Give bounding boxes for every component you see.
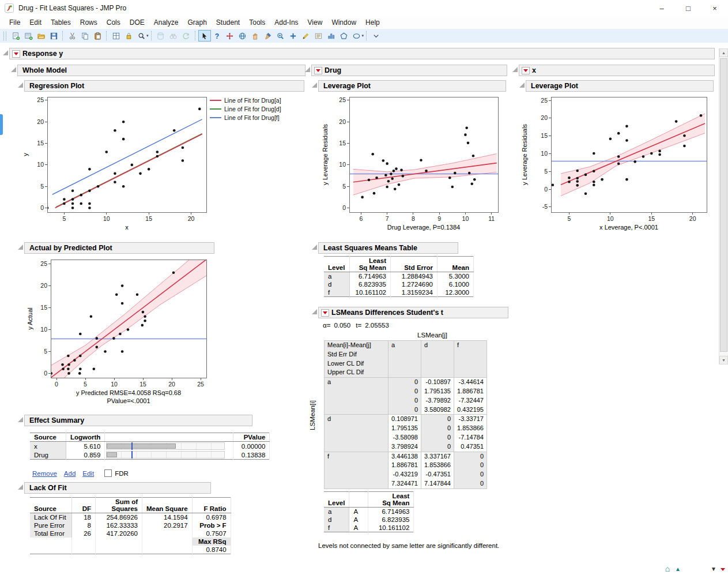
- zoom-tool-icon[interactable]: [274, 30, 287, 42]
- svg-text:x Leverage, P<.0001: x Leverage, P<.0001: [599, 224, 658, 231]
- matrix-row-a: a 0000-0.108971.795135-3.798923.580982-3…: [325, 378, 487, 415]
- outline-drug[interactable]: Drug: [311, 65, 507, 76]
- disclosure-lsm-table-icon[interactable]: [312, 245, 317, 250]
- outline-actual-by-predicted[interactable]: Actual by Predicted Plot: [24, 242, 214, 254]
- effect-summary-actions: RemoveAddEdit FDR: [32, 469, 129, 477]
- column-header: Mean: [437, 257, 474, 272]
- scrollbar-down-button[interactable]: ▼: [719, 356, 728, 364]
- disclosure-drug-icon[interactable]: [305, 67, 310, 72]
- add-link[interactable]: Add: [64, 470, 76, 477]
- oval-tool-icon[interactable]: [350, 30, 363, 42]
- svg-text:10: 10: [103, 215, 110, 222]
- globe-tool-icon[interactable]: [236, 30, 249, 42]
- menu-analyze[interactable]: Analyze: [149, 17, 183, 28]
- disclosure-drug-leverage-icon[interactable]: [312, 82, 317, 88]
- svg-text:0: 0: [55, 381, 58, 388]
- annotate-tool-icon[interactable]: [312, 30, 325, 42]
- disclosure-x-leverage-icon[interactable]: [519, 82, 525, 88]
- minimize-button[interactable]: –: [648, 0, 675, 16]
- cut-icon[interactable]: [66, 30, 78, 42]
- save-icon[interactable]: [47, 30, 60, 42]
- scrollbar-up-button[interactable]: ▲: [719, 48, 728, 57]
- menu-rows[interactable]: Rows: [76, 17, 102, 28]
- actual-by-predicted-canvas[interactable]: 05101520250510152025y Predicted RMSE=4.0…: [25, 255, 213, 408]
- red-triangle-drug[interactable]: [314, 67, 322, 74]
- disclosure-lack-of-fit-icon[interactable]: [18, 484, 23, 490]
- open-icon[interactable]: [35, 30, 47, 42]
- remove-link[interactable]: Remove: [32, 470, 57, 477]
- menu-view[interactable]: View: [303, 17, 327, 28]
- outline-response[interactable]: Response y: [9, 48, 715, 59]
- menu-tools[interactable]: Tools: [244, 17, 270, 28]
- paste-icon[interactable]: [91, 30, 104, 42]
- outline-drug-leverage-plot[interactable]: Leverage Plot: [318, 80, 506, 92]
- disclosure-abp-icon[interactable]: [18, 245, 23, 250]
- red-triangle-response[interactable]: [12, 50, 20, 58]
- copy-icon[interactable]: [78, 30, 91, 42]
- menu-file[interactable]: File: [5, 17, 25, 28]
- fdr-checkbox[interactable]: [104, 469, 112, 477]
- menu-help[interactable]: Help: [361, 17, 384, 28]
- svg-text:-5: -5: [542, 203, 548, 210]
- disclosure-effect-summary-icon[interactable]: [18, 417, 23, 422]
- outline-effect-summary[interactable]: Effect Summary: [24, 415, 252, 426]
- outline-lack-of-fit[interactable]: Lack Of Fit: [24, 482, 211, 494]
- scrollbar-thumb[interactable]: [720, 58, 727, 352]
- menu-tables[interactable]: Tables: [46, 17, 76, 28]
- scroll-up-icon[interactable]: ▲: [673, 564, 682, 573]
- plus-tool-icon[interactable]: [287, 30, 300, 42]
- disclosure-lsmd-icon[interactable]: [312, 309, 317, 314]
- outline-lsm-table[interactable]: Least Squares Means Table: [318, 242, 458, 254]
- red-triangle-lsmeans[interactable]: [321, 309, 329, 317]
- x-leverage-canvas[interactable]: 5101520-50510152025x Leverage, P<.0001y …: [520, 93, 715, 242]
- menu-edit[interactable]: Edit: [25, 17, 46, 28]
- drug-leverage-canvas[interactable]: 678910110510152025Drug Leverage, P=0.138…: [320, 93, 506, 241]
- outline-x-effect[interactable]: x: [519, 65, 715, 76]
- disclosure-regression-plot-icon[interactable]: [18, 82, 23, 88]
- histogram-tool-icon[interactable]: [325, 30, 338, 42]
- table-row: x5.6100.00000: [30, 442, 270, 451]
- lock-icon[interactable]: [122, 30, 135, 42]
- find-icon[interactable]: [135, 30, 148, 42]
- menu-graph[interactable]: Graph: [183, 17, 211, 28]
- scroll-down-icon[interactable]: ▼: [709, 564, 718, 573]
- close-button[interactable]: ×: [701, 0, 728, 16]
- outline-lsmeans-differences[interactable]: LSMeans Differences Student's t: [318, 307, 508, 318]
- disclosure-response-icon[interactable]: [3, 50, 8, 55]
- disclosure-whole-model-icon[interactable]: [11, 67, 16, 72]
- disclosure-x-icon[interactable]: [512, 67, 518, 72]
- crosshair-tool-icon[interactable]: [224, 30, 236, 42]
- regression-plot-canvas[interactable]: 51015200510152025xy: [21, 93, 213, 241]
- overflow-icon[interactable]: [369, 30, 382, 42]
- polygon-tool-icon[interactable]: [338, 30, 350, 42]
- source-cell: x: [30, 442, 66, 451]
- menu-doe[interactable]: DOE: [125, 17, 149, 28]
- table-cell: [96, 538, 142, 546]
- new-journal-icon[interactable]: [9, 30, 22, 42]
- edit-link[interactable]: Edit: [82, 470, 94, 477]
- vertical-scrollbar[interactable]: ▲ ▼: [719, 48, 728, 364]
- grabber-tool-icon[interactable]: [249, 30, 262, 42]
- outline-regression-plot[interactable]: Regression Plot: [24, 80, 304, 92]
- home-icon[interactable]: ⌂: [663, 564, 672, 573]
- maximize-button[interactable]: □: [675, 0, 701, 16]
- outline-x-leverage-plot[interactable]: Leverage Plot: [526, 80, 714, 92]
- arrow-tool-icon[interactable]: [198, 30, 211, 42]
- brush-tool-icon[interactable]: [262, 30, 274, 42]
- new-data-table-icon[interactable]: [22, 30, 35, 42]
- svg-text:15: 15: [339, 140, 346, 146]
- matrix-stat-labels: Mean[i]-Mean[j]Std Err DifLower CL DifUp…: [325, 341, 388, 378]
- help-tool-icon[interactable]: ?: [211, 30, 224, 42]
- outline-whole-model[interactable]: Whole Model: [17, 65, 305, 76]
- report-layout-icon[interactable]: [110, 30, 122, 42]
- toolbar-separator: [106, 31, 107, 40]
- menu-student[interactable]: Student: [212, 17, 244, 28]
- menu-window[interactable]: Window: [327, 17, 361, 28]
- menu-cols[interactable]: Cols: [102, 17, 125, 28]
- status-red-triangle-menu[interactable]: [718, 565, 727, 574]
- pencil-tool-icon[interactable]: [300, 30, 312, 42]
- red-triangle-icon: [523, 69, 528, 72]
- svg-text:y: y: [22, 153, 29, 156]
- red-triangle-x[interactable]: [522, 67, 530, 74]
- menu-addins[interactable]: Add-Ins: [270, 17, 303, 28]
